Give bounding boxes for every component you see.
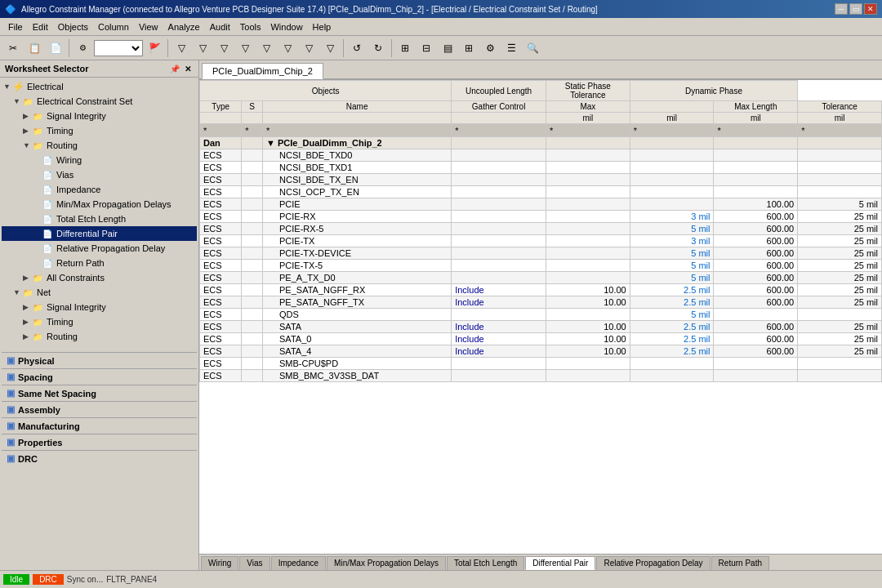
table-row[interactable]: Dan ▼ PCIe_DualDimm_Chip_2 xyxy=(200,137,882,149)
flag-button[interactable]: 🚩 xyxy=(145,38,164,58)
minimize-button[interactable]: ─ xyxy=(835,3,848,15)
table-row[interactable]: ECS NCSI_BDE_TX_EN xyxy=(200,174,882,186)
table-row[interactable]: ECS SMB_BMC_3V3SB_DAT xyxy=(200,370,882,382)
table-row[interactable]: ECS PCIE-RX-5 5 mil 600.00 25 mil xyxy=(200,223,882,235)
filter-gc[interactable]: * xyxy=(452,124,546,137)
panel-pin-button[interactable]: 📌 xyxy=(169,63,180,74)
tree-signal-integrity-net[interactable]: ▶ 📁 Signal Integrity xyxy=(2,300,197,314)
tree-return-path[interactable]: 📄 Return Path xyxy=(2,256,197,270)
panel-close-button[interactable]: ✕ xyxy=(182,63,194,74)
filter-name[interactable]: * xyxy=(263,124,452,137)
grid-container[interactable]: Objects Uncoupled Length Static PhaseTol… xyxy=(199,80,882,554)
tree-wiring[interactable]: 📄 Wiring xyxy=(2,153,197,167)
tree-ecs[interactable]: ▼ 📁 Electrical Constraint Set xyxy=(2,94,197,109)
search-button[interactable]: 🔍 xyxy=(523,38,542,58)
filter-maxlen[interactable]: * xyxy=(714,124,798,137)
table-row[interactable]: ECS PE_SATA_NGFF_TX Include 10.00 2.5 mi… xyxy=(200,296,882,309)
view5-button[interactable]: ⚙ xyxy=(480,38,500,58)
section-drc[interactable]: ▣ DRC xyxy=(2,450,197,466)
filter-type[interactable]: * xyxy=(200,124,242,137)
bottom-tab-impedance[interactable]: Impedance xyxy=(271,556,326,570)
filter5-button[interactable]: ▽ xyxy=(256,38,276,58)
menu-audit[interactable]: Audit xyxy=(205,20,235,33)
menu-objects[interactable]: Objects xyxy=(53,20,93,33)
restore-button[interactable]: ▭ xyxy=(849,3,862,15)
nav2-button[interactable]: ↻ xyxy=(368,38,388,58)
filter-max[interactable]: * xyxy=(546,124,630,137)
view2-button[interactable]: ⊟ xyxy=(416,38,436,58)
filter3-button[interactable]: ▽ xyxy=(214,38,234,58)
menu-edit[interactable]: Edit xyxy=(28,20,53,33)
bottom-tab-differential-pair[interactable]: Differential Pair xyxy=(525,556,595,570)
tree-routing-ecs[interactable]: ▼ 📁 Routing xyxy=(2,138,197,153)
table-row[interactable]: ECS NCSI_BDE_TXD1 xyxy=(200,162,882,174)
tree-minmax[interactable]: 📄 Min/Max Propagation Delays xyxy=(2,197,197,212)
toolbar-combo[interactable] xyxy=(94,40,143,56)
table-row[interactable]: ECS SATA Include 10.00 2.5 mil 600.00 25… xyxy=(200,321,882,333)
tree-routing-net[interactable]: ▶ 📁 Routing xyxy=(2,329,197,344)
properties-button[interactable]: ⚙ xyxy=(73,38,92,58)
close-button[interactable]: ✕ xyxy=(864,3,877,15)
menu-help[interactable]: Help xyxy=(308,20,336,33)
table-row[interactable]: ECS PCIE-TX 3 mil 600.00 25 mil xyxy=(200,235,882,247)
menu-window[interactable]: Window xyxy=(265,20,307,33)
table-row[interactable]: ECS PCIE-TX-DEVICE 5 mil 600.00 25 mil xyxy=(200,247,882,260)
filter-tol[interactable]: * xyxy=(798,124,882,137)
copy-button[interactable]: 📋 xyxy=(24,38,44,58)
filter-spt[interactable]: * xyxy=(630,124,714,137)
section-physical[interactable]: ▣ Physical xyxy=(2,352,197,368)
table-row[interactable]: ECS PCIE-TX-5 5 mil 600.00 25 mil xyxy=(200,260,882,272)
menu-column[interactable]: Column xyxy=(93,20,134,33)
tree-diff-pair[interactable]: 📄 Differential Pair xyxy=(2,226,197,241)
filter2-button[interactable]: ▽ xyxy=(193,38,212,58)
cut-button[interactable]: ✂ xyxy=(3,38,23,58)
view1-button[interactable]: ⊞ xyxy=(395,38,415,58)
table-row[interactable]: ECS NCSI_OCP_TX_EN xyxy=(200,186,882,198)
section-assembly[interactable]: ▣ Assembly xyxy=(2,401,197,417)
filter8-button[interactable]: ▽ xyxy=(320,38,340,58)
table-row[interactable]: ECS SATA_0 Include 10.00 2.5 mil 600.00 … xyxy=(200,333,882,345)
table-row[interactable]: ECS SATA_4 Include 10.00 2.5 mil 600.00 … xyxy=(200,345,882,358)
tree-electrical[interactable]: ▼ ⚡ Electrical xyxy=(2,79,197,94)
bottom-tab-relative-propagation-delay[interactable]: Relative Propagation Delay xyxy=(596,556,710,570)
view6-button[interactable]: ☰ xyxy=(501,38,521,58)
bottom-tab-total-etch-length[interactable]: Total Etch Length xyxy=(447,556,524,570)
filter-s[interactable]: * xyxy=(242,124,263,137)
table-row[interactable]: ECS PE_A_TX_D0 5 mil 600.00 25 mil xyxy=(200,272,882,284)
tree-net[interactable]: ▼ 📁 Net xyxy=(2,285,197,300)
section-same-net-spacing[interactable]: ▣ Same Net Spacing xyxy=(2,385,197,401)
filter4-button[interactable]: ▽ xyxy=(235,38,255,58)
menu-analyze[interactable]: Analyze xyxy=(163,20,205,33)
tree-total-etch[interactable]: 📄 Total Etch Length xyxy=(2,212,197,226)
filter1-button[interactable]: ▽ xyxy=(172,38,191,58)
view3-button[interactable]: ▤ xyxy=(438,38,457,58)
table-row[interactable]: ECS NCSI_BDE_TXD0 xyxy=(200,149,882,162)
tree-all-constraints[interactable]: ▶ 📁 All Constraints xyxy=(2,270,197,285)
section-manufacturing[interactable]: ▣ Manufacturing xyxy=(2,417,197,434)
section-properties[interactable]: ▣ Properties xyxy=(2,434,197,450)
bottom-tab-return-path[interactable]: Return Path xyxy=(711,556,769,570)
main-tab[interactable]: PCIe_DualDimm_Chip_2 xyxy=(202,63,323,79)
tree-signal-integrity-ecs[interactable]: ▶ 📁 Signal Integrity xyxy=(2,109,197,123)
tree-rel-prop[interactable]: 📄 Relative Propagation Delay xyxy=(2,241,197,256)
table-row[interactable]: ECS PCIE-RX 3 mil 600.00 25 mil xyxy=(200,211,882,223)
filter6-button[interactable]: ▽ xyxy=(278,38,297,58)
table-row[interactable]: ECS SMB-CPU$PD xyxy=(200,358,882,370)
view4-button[interactable]: ⊞ xyxy=(459,38,479,58)
bottom-tab-wiring[interactable]: Wiring xyxy=(201,556,238,570)
tree-timing-net[interactable]: ▶ 📁 Timing xyxy=(2,314,197,329)
table-row[interactable]: ECS PCIE 100.00 5 mil xyxy=(200,198,882,211)
tree-timing-ecs[interactable]: ▶ 📁 Timing xyxy=(2,123,197,138)
menu-file[interactable]: File xyxy=(3,20,28,33)
nav1-button[interactable]: ↺ xyxy=(347,38,367,58)
tree-vias[interactable]: 📄 Vias xyxy=(2,167,197,182)
section-spacing[interactable]: ▣ Spacing xyxy=(2,368,197,385)
tree-impedance[interactable]: 📄 Impedance xyxy=(2,182,197,197)
paste-button[interactable]: 📄 xyxy=(46,38,65,58)
table-row[interactable]: ECS QDS 5 mil xyxy=(200,309,882,321)
bottom-tab-vias[interactable]: Vias xyxy=(239,556,270,570)
table-row[interactable]: ECS PE_SATA_NGFF_RX Include 10.00 2.5 mi… xyxy=(200,284,882,296)
menu-tools[interactable]: Tools xyxy=(235,20,266,33)
filter7-button[interactable]: ▽ xyxy=(299,38,318,58)
bottom-tab-min-max-propagation-delays[interactable]: Min/Max Propagation Delays xyxy=(327,556,446,570)
